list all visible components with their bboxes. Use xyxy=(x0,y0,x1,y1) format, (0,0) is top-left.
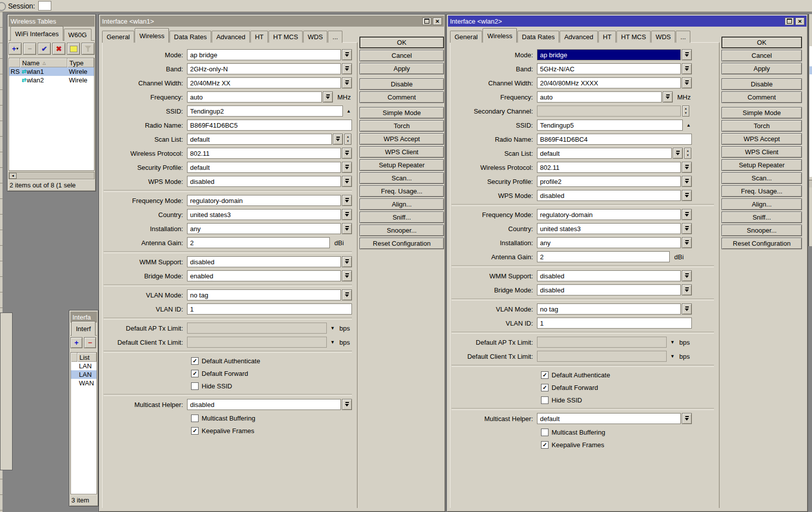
input-antenna-gain[interactable]: 2 xyxy=(187,237,330,248)
checkbox-default-authenticate[interactable]: ✓ xyxy=(191,357,199,365)
add-button[interactable]: +▾ xyxy=(9,43,22,55)
button-freq-usage[interactable]: Freq. Usage... xyxy=(359,185,444,197)
dropdown-button[interactable] xyxy=(342,399,352,410)
input-scan-list[interactable]: default xyxy=(537,148,672,159)
button-wps-client[interactable]: WPS Client xyxy=(359,146,444,158)
button-cancel[interactable]: Cancel xyxy=(721,50,802,61)
checkbox-hide-ssid[interactable] xyxy=(541,396,549,404)
input-frequency[interactable]: auto xyxy=(537,91,662,103)
input-radio-name[interactable]: B869F41D6BC5 xyxy=(187,120,352,131)
input-band[interactable]: 2GHz-only-N xyxy=(187,63,341,74)
list-item[interactable]: LAN xyxy=(71,370,97,379)
dropdown-button[interactable] xyxy=(673,148,683,159)
input-frequency[interactable]: auto xyxy=(187,91,322,103)
button-setup-repeater[interactable]: Setup Repeater xyxy=(721,159,802,171)
dropdown-button[interactable] xyxy=(682,284,692,295)
tab-ht[interactable]: HT xyxy=(598,31,616,43)
tab-[interactable]: ... xyxy=(328,31,342,43)
input-security-profile[interactable]: profile2 xyxy=(537,176,681,187)
tab-wireless[interactable]: Wireless xyxy=(483,28,517,43)
button-simple-mode[interactable]: Simple Mode xyxy=(721,107,802,119)
input-ssid[interactable]: Tendingup2 xyxy=(187,106,343,117)
dropdown-button[interactable] xyxy=(682,303,692,315)
button-snooper[interactable]: Snooper... xyxy=(721,225,802,236)
tab-ht-mcs[interactable]: HT MCS xyxy=(268,31,303,43)
dropdown-button[interactable] xyxy=(342,162,352,173)
table-row[interactable]: ⇄wlan2Wirele xyxy=(9,76,94,84)
button-align[interactable]: Align... xyxy=(721,198,802,210)
close-button[interactable]: ✕ xyxy=(433,18,442,25)
column-header-list[interactable]: List xyxy=(77,353,97,362)
tab-general[interactable]: General xyxy=(450,31,482,43)
maximize-button[interactable] xyxy=(785,18,794,25)
input-multicast-helper[interactable]: default xyxy=(537,413,681,424)
input-installation[interactable]: any xyxy=(187,223,341,234)
dropdown-button[interactable] xyxy=(682,162,692,173)
dropdown-button[interactable] xyxy=(682,63,692,74)
input-bridge-mode[interactable]: enabled xyxy=(187,270,341,281)
dropdown-button[interactable] xyxy=(342,256,352,267)
checkbox-default-forward[interactable]: ✓ xyxy=(191,370,199,377)
list-item[interactable]: LAN xyxy=(71,362,97,370)
input-default-ap-tx-limit[interactable] xyxy=(537,337,667,348)
input-wireless-protocol[interactable]: 802.11 xyxy=(187,148,341,159)
input-default-client-tx-limit[interactable] xyxy=(187,337,327,348)
dropdown-button[interactable] xyxy=(342,209,352,220)
dropdown-button[interactable] xyxy=(663,91,673,103)
spinner-button[interactable]: ▲▼ xyxy=(682,106,689,117)
maximize-button[interactable] xyxy=(422,18,431,25)
dropdown-button[interactable] xyxy=(342,223,352,234)
tab-data-rates[interactable]: Data Rates xyxy=(517,31,559,43)
button-scan[interactable]: Scan... xyxy=(359,172,444,184)
table-row[interactable]: RS⇄wlan1Wirele xyxy=(9,67,94,76)
dialog-titlebar[interactable]: Interface <wlan2>✕ xyxy=(448,16,806,27)
tab-data-rates[interactable]: Data Rates xyxy=(169,31,211,43)
remove-button[interactable]: − xyxy=(23,43,36,55)
session-input[interactable] xyxy=(38,1,51,11)
button-sniff[interactable]: Sniff... xyxy=(721,212,802,223)
button-reset-configuration[interactable]: Reset Configuration xyxy=(721,238,802,249)
close-button[interactable]: ✕ xyxy=(795,18,804,25)
input-wps-mode[interactable]: disabled xyxy=(187,176,341,187)
add-button[interactable]: + xyxy=(70,337,82,348)
list-item[interactable]: WAN xyxy=(71,379,97,387)
dropdown-button[interactable] xyxy=(342,63,352,74)
input-secondary-channel[interactable] xyxy=(537,106,681,117)
input-mode[interactable]: ap bridge xyxy=(537,49,681,60)
input-vlan-id[interactable]: 1 xyxy=(537,318,692,329)
tab-advanced[interactable]: Advanced xyxy=(560,31,598,43)
button-comment[interactable]: Comment xyxy=(359,91,444,103)
button-torch[interactable]: Torch xyxy=(359,120,444,132)
dropdown-button[interactable] xyxy=(333,134,343,145)
input-radio-name[interactable]: B869F41D6BC4 xyxy=(537,134,692,145)
input-mode[interactable]: ap bridge xyxy=(187,49,341,60)
dropdown-button[interactable] xyxy=(342,176,352,187)
button-comment[interactable]: Comment xyxy=(721,91,802,103)
input-vlan-id[interactable]: 1 xyxy=(187,303,352,315)
tab-interf[interactable]: Interf xyxy=(71,321,96,336)
button-snooper[interactable]: Snooper... xyxy=(359,225,444,236)
button-simple-mode[interactable]: Simple Mode xyxy=(359,107,444,119)
dropdown-button[interactable] xyxy=(682,176,692,187)
checkbox-keepalive-frames[interactable]: ✓ xyxy=(191,427,199,435)
checkbox-multicast-buffering[interactable] xyxy=(191,415,199,422)
dropdown-button[interactable] xyxy=(342,270,352,281)
button-reset-configuration[interactable]: Reset Configuration xyxy=(359,238,444,249)
input-antenna-gain[interactable]: 2 xyxy=(537,251,670,262)
tab-wds[interactable]: WDS xyxy=(651,31,675,43)
tab-wireless[interactable]: Wireless xyxy=(135,28,169,43)
column-header-flags[interactable] xyxy=(9,58,20,67)
input-security-profile[interactable]: default xyxy=(187,162,341,173)
input-default-client-tx-limit[interactable] xyxy=(537,351,667,362)
input-installation[interactable]: any xyxy=(537,237,681,248)
tab-wds[interactable]: WDS xyxy=(303,31,327,43)
button-setup-repeater[interactable]: Setup Repeater xyxy=(359,159,444,171)
spinner-button[interactable]: ▲▼ xyxy=(684,148,691,159)
input-vlan-mode[interactable]: no tag xyxy=(187,289,341,300)
input-channel-width[interactable]: 20/40MHz XX xyxy=(187,77,341,88)
button-ok[interactable]: OK xyxy=(359,37,444,48)
dropdown-button[interactable] xyxy=(342,77,352,88)
input-wmm-support[interactable]: disabled xyxy=(537,270,681,281)
input-country[interactable]: united states3 xyxy=(187,209,341,220)
input-band[interactable]: 5GHz-N/AC xyxy=(537,63,681,74)
